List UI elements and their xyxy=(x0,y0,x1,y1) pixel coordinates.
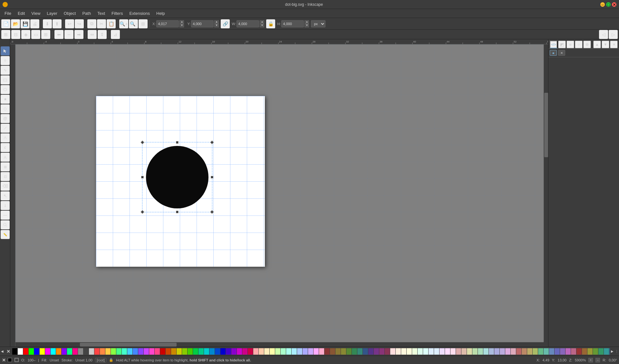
paste-btn[interactable]: 📋 xyxy=(107,19,116,28)
snap-bbox-btn[interactable]: ▭ xyxy=(31,30,40,39)
palette-color-swatch[interactable] xyxy=(62,348,67,355)
h-up-btn[interactable]: ▲ xyxy=(305,20,309,24)
close-button[interactable]: ✕ xyxy=(612,2,616,7)
palette-color-swatch[interactable] xyxy=(511,348,516,355)
zoom-tool-btn[interactable] xyxy=(1,220,10,229)
y-up-btn[interactable]: ▲ xyxy=(214,20,219,24)
palette-color-swatch[interactable] xyxy=(352,348,357,355)
palette-color-swatch[interactable] xyxy=(215,348,220,355)
palette-color-swatch[interactable] xyxy=(576,348,582,355)
3dbox-tool-btn[interactable]: ⬡ xyxy=(1,104,10,113)
palette-color-swatch[interactable] xyxy=(94,348,100,355)
palette-color-swatch[interactable] xyxy=(533,348,538,355)
palette-color-swatch[interactable] xyxy=(138,348,143,355)
palette-color-swatch[interactable] xyxy=(231,348,237,355)
palette-color-swatch[interactable] xyxy=(242,348,247,355)
zoom-stepper-up[interactable]: + xyxy=(588,358,593,362)
palette-color-swatch[interactable] xyxy=(116,348,121,355)
panel-up-btn[interactable]: ▲ xyxy=(593,41,601,48)
fill-stroke-panel-tab[interactable]: ◩ xyxy=(558,41,566,48)
redo-btn[interactable]: ↪ xyxy=(75,19,84,28)
palette-color-swatch[interactable] xyxy=(34,348,39,355)
handle-middle-left[interactable] xyxy=(141,176,144,178)
zoom-fit-btn[interactable]: ⊞ xyxy=(139,19,148,28)
pen-tool-btn[interactable] xyxy=(1,133,10,142)
fill-flat-color-btn[interactable]: ■ xyxy=(550,50,557,56)
snap-grid-btn[interactable]: ⊟ xyxy=(11,30,20,39)
minimize-button[interactable]: – xyxy=(600,2,605,7)
palette-color-swatch[interactable] xyxy=(538,348,543,355)
palette-color-swatch[interactable] xyxy=(522,348,527,355)
palette-color-swatch[interactable] xyxy=(494,348,499,355)
zoom-out-btn[interactable]: 🔍- xyxy=(129,19,138,28)
w-down-btn[interactable]: ▼ xyxy=(260,24,264,27)
rect-tool-btn[interactable] xyxy=(1,75,10,84)
snap-toggle-right[interactable]: ◁ xyxy=(599,30,608,39)
palette-color-swatch[interactable] xyxy=(177,348,182,355)
undo-btn[interactable]: ↩ xyxy=(65,19,74,28)
tweak-tool-btn[interactable]: ∿ xyxy=(1,66,10,75)
palette-color-swatch[interactable] xyxy=(324,348,330,355)
palette-color-swatch[interactable] xyxy=(516,348,521,355)
palette-color-swatch[interactable] xyxy=(286,348,291,355)
palette-color-swatch[interactable] xyxy=(204,348,209,355)
select-tool-btn[interactable] xyxy=(1,46,10,55)
menu-path[interactable]: Path xyxy=(79,10,94,17)
canvas-background[interactable] xyxy=(15,44,544,342)
palette-color-swatch[interactable] xyxy=(45,348,50,355)
node-tool-btn[interactable] xyxy=(1,56,10,65)
text-tool-btn[interactable]: A xyxy=(1,153,10,162)
palette-color-swatch[interactable] xyxy=(226,348,231,355)
palette-color-swatch[interactable] xyxy=(127,348,132,355)
palette-color-swatch[interactable] xyxy=(264,348,269,355)
palette-color-swatch[interactable] xyxy=(18,348,23,355)
palette-color-swatch[interactable] xyxy=(429,348,434,355)
palette-color-swatch[interactable] xyxy=(149,348,154,355)
align-left-btn[interactable]: ⬅ xyxy=(54,30,63,39)
palette-color-swatch[interactable] xyxy=(456,348,461,355)
palette-color-swatch[interactable] xyxy=(461,348,467,355)
snap-expand-btn[interactable]: ▷ xyxy=(609,30,618,39)
palette-color-swatch[interactable] xyxy=(489,348,494,355)
snap-node-btn[interactable]: ◈ xyxy=(21,30,30,39)
fill-swatch[interactable] xyxy=(8,358,12,362)
palette-color-swatch[interactable] xyxy=(297,348,302,355)
open-btn[interactable]: 📂 xyxy=(11,19,20,28)
palette-color-swatch[interactable] xyxy=(587,348,593,355)
palette-color-swatch[interactable] xyxy=(566,348,571,355)
h-scrollbar[interactable] xyxy=(15,342,544,347)
palette-color-swatch[interactable] xyxy=(67,348,72,355)
symbols-panel-tab[interactable]: ⊛ xyxy=(583,41,591,48)
h-down-btn[interactable]: ▼ xyxy=(305,24,309,27)
palette-color-swatch[interactable] xyxy=(155,348,160,355)
dropper-tool-btn[interactable] xyxy=(1,201,10,210)
h-scroll-thumb[interactable] xyxy=(80,343,177,347)
objects-panel-tab[interactable]: ○ xyxy=(575,41,583,48)
handle-bottom-center[interactable] xyxy=(176,211,179,213)
palette-color-swatch[interactable] xyxy=(314,348,319,355)
panel-down-btn[interactable]: ▼ xyxy=(602,41,609,48)
handle-bottom-right[interactable] xyxy=(210,210,214,214)
palette-color-swatch[interactable] xyxy=(270,348,275,355)
palette-color-swatch[interactable] xyxy=(275,348,280,355)
spiral-tool-btn[interactable]: @ xyxy=(1,114,10,123)
palette-menu-btn[interactable]: ⋮ xyxy=(614,347,619,356)
palette-color-swatch[interactable] xyxy=(166,348,171,355)
palette-color-swatch[interactable] xyxy=(412,348,417,355)
palette-color-swatch[interactable] xyxy=(357,348,363,355)
handle-top-center[interactable] xyxy=(176,141,179,144)
ellipse-tool-btn[interactable] xyxy=(1,85,10,94)
copy-btn[interactable]: ⧉ xyxy=(87,19,96,28)
palette-color-swatch[interactable] xyxy=(544,348,549,355)
palette-color-swatch[interactable] xyxy=(248,348,253,355)
menu-file[interactable]: File xyxy=(1,10,15,17)
palette-color-swatch[interactable] xyxy=(78,348,83,355)
palette-color-swatch[interactable] xyxy=(105,348,111,355)
handle-middle-right[interactable] xyxy=(211,176,213,178)
palette-color-swatch[interactable] xyxy=(396,348,401,355)
export-btn[interactable]: ⬆ xyxy=(53,19,62,28)
palette-color-swatch[interactable] xyxy=(467,348,472,355)
y-input[interactable] xyxy=(191,20,214,27)
palette-color-swatch[interactable] xyxy=(100,348,105,355)
fill-none-btn[interactable]: ✕ xyxy=(558,50,565,56)
